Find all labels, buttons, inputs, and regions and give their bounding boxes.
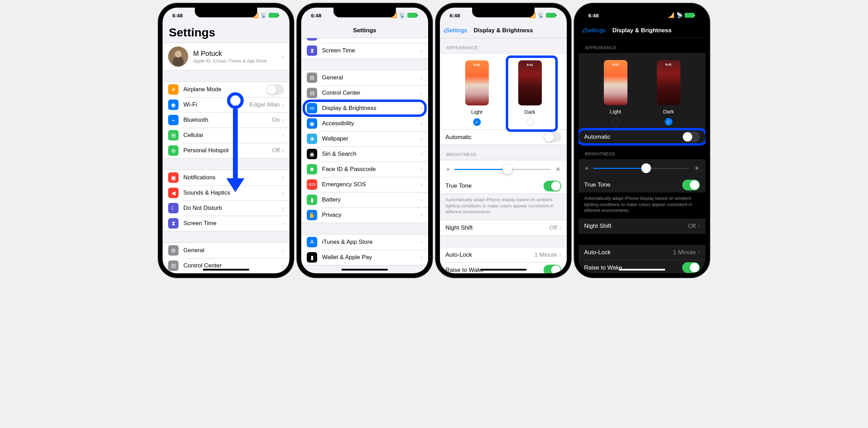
back-label: Settings [446,27,467,34]
settings-cell-personal-hotspot[interactable]: ⊚Personal HotspotOff› [163,143,289,158]
settings-cell-do-not-disturb[interactable]: ☾Do Not Disturb› [163,200,289,216]
phone-frame-4: 6:48 📶📡 ‹ Settings Display & Brightness … [574,3,710,277]
appearance-option-dark[interactable]: 9:41 Dark ✓ [657,60,680,126]
scroll-content[interactable]: ☾Do Not Disturb›⧗Screen Time› ⚙General›⊟… [301,38,428,273]
settings-cell-control-center[interactable]: ⊟Control Center› [301,85,428,101]
phone-frame-3: 6:48 📶📡 ‹ Settings Display & Brightness … [436,3,571,277]
chevron-right-icon: › [420,254,423,261]
settings-cell-wallet-apple-pay[interactable]: ▮Wallet & Apple Pay› [301,250,428,265]
settings-cell-privacy[interactable]: ✋Privacy› [301,207,428,223]
screen-display-brightness-light: 6:48 📶📡 ‹ Settings Display & Brightness … [440,8,567,273]
settings-cell-face-id-passcode[interactable]: ☻Face ID & Passcode› [301,162,428,177]
cc-icon: ⊟ [307,88,317,98]
brightness-slider[interactable] [593,168,689,169]
settings-cell-wallpaper[interactable]: ❀Wallpaper› [301,131,428,146]
settings-cell-do-not-disturb[interactable]: ☾Do Not Disturb› [301,38,428,43]
light-radio-checked[interactable]: ✓ [473,118,481,126]
cell-label: Airplane Mode [183,86,266,93]
settings-cell-battery[interactable]: ▮Battery› [301,192,428,207]
automatic-toggle[interactable] [682,131,700,142]
brightness-slider-row: ☀︎ ☀︎ [440,160,567,178]
truetone-description: Automatically adapt iPhone display based… [579,192,705,219]
screen-display-brightness-dark: 6:48 📶📡 ‹ Settings Display & Brightness … [579,8,705,273]
appearance-group: 9:41 Light ✓ 9:41 Dark Automatic [440,53,567,145]
sun-low-icon: ☀︎ [584,165,589,172]
cell-label: Control Center [322,89,420,96]
settings-cell-notifications[interactable]: ▣Notifications› [163,170,289,185]
settings-cell-screen-time[interactable]: ⧗Screen Time› [163,216,289,231]
scroll-content[interactable]: APPEARANCE 9:41 Light 9:41 Dark ✓ Automa… [579,38,705,273]
chevron-right-icon: › [420,47,423,54]
profile-cell[interactable]: M Potuck Apple ID, iCloud, iTunes & App … [163,43,289,70]
raise-toggle[interactable] [682,262,700,273]
profile-group: M Potuck Apple ID, iCloud, iTunes & App … [163,43,289,70]
page-title: Settings [163,23,289,43]
settings-cell-sounds-haptics[interactable]: ◀Sounds & Haptics› [163,185,289,200]
cell-label: Privacy [322,212,420,219]
home-indicator[interactable] [619,269,665,271]
raise-cell[interactable]: Raise to Wake [440,263,567,273]
truetone-toggle[interactable] [544,181,561,191]
sos-icon: SOS [307,179,317,190]
nightshift-cell[interactable]: Night Shift Off › [579,219,705,234]
truetone-description: Automatically adapt iPhone display based… [440,194,567,220]
home-indicator[interactable] [203,269,249,271]
automatic-cell[interactable]: Automatic [579,129,705,144]
battery-icon [407,13,417,18]
dark-radio-checked[interactable]: ✓ [665,118,672,126]
settings-cell-control-center[interactable]: ⊟Control Center› [163,258,289,273]
truetone-cell[interactable]: True Tone [579,177,705,192]
automatic-cell[interactable]: Automatic [440,129,567,145]
light-preview: 9:41 [465,60,489,105]
settings-cell-screen-time[interactable]: ⧗Screen Time› [301,43,428,58]
scroll-content[interactable]: Settings M Potuck Apple ID, iCloud, iTun… [163,23,289,273]
light-label: Light [610,109,621,114]
settings-cell-airplane-mode[interactable]: ✈Airplane Mode [163,82,289,97]
settings-cell-bluetooth[interactable]: ⌁BluetoothOn› [163,112,289,128]
settings-cell-cellular[interactable]: ⊞Cellular› [163,128,289,143]
appearance-option-light[interactable]: 9:41 Light ✓ [465,60,489,126]
brightness-header: BRIGHTNESS [579,144,705,159]
settings-cell-wi-fi[interactable]: ◉Wi-FiEdgar Allan› [163,97,289,112]
cell-label: Display & Brightness [322,105,420,112]
chevron-right-icon: › [282,189,284,197]
back-button[interactable]: ‹ Settings [443,26,467,35]
gear-icon: ⚙ [307,72,317,83]
settings-cell-general[interactable]: ⚙General› [163,243,289,258]
automatic-toggle[interactable] [544,132,561,143]
light-radio-unchecked[interactable] [612,118,619,126]
cell-icon: ⊞ [168,130,179,140]
scroll-content[interactable]: APPEARANCE 9:41 Light ✓ 9:41 Dark Automa… [440,38,567,273]
autolock-cell[interactable]: Auto-Lock 1 Minute › [579,245,705,260]
toggle[interactable] [266,84,284,95]
raise-cell[interactable]: Raise to Wake [579,260,705,273]
appearance-option-light[interactable]: 9:41 Light [604,60,627,126]
settings-cell-itunes-app-store[interactable]: AiTunes & App Store› [301,234,428,250]
time-icon: ⧗ [168,218,179,229]
autolock-label: Auto-Lock [445,251,535,258]
raise-toggle[interactable] [544,265,561,273]
battery-icon [269,13,278,18]
settings-cell-emergency-sos[interactable]: SOSEmergency SOS› [301,177,428,192]
chevron-right-icon: › [698,249,700,256]
settings-cell-siri-search[interactable]: ◉Siri & Search› [301,146,428,162]
back-button[interactable]: ‹ Settings [582,26,606,35]
settings-cell-accessibility[interactable]: ◉Accessibility› [301,116,428,131]
status-time: 6:48 [311,12,321,18]
cell-label: Wallpaper [322,135,420,142]
nav-title: Display & Brightness [613,27,672,34]
appearance-option-dark[interactable]: 9:41 Dark [518,60,542,126]
nightshift-cell[interactable]: Night Shift Off › [440,220,567,236]
home-indicator[interactable] [341,269,388,271]
brightness-slider[interactable] [454,169,551,170]
dark-radio-unchecked[interactable] [526,118,534,126]
wifi-icon: 📡 [538,12,544,18]
nightshift-group: Night Shift Off › [579,219,705,234]
cell-label: Screen Time [322,47,420,54]
truetone-cell[interactable]: True Tone [440,178,567,194]
autolock-cell[interactable]: Auto-Lock 1 Minute › [440,247,567,263]
settings-cell-display-brightness[interactable]: AADisplay & Brightness› [301,101,428,116]
truetone-toggle[interactable] [682,180,700,190]
home-indicator[interactable] [480,269,527,271]
settings-cell-general[interactable]: ⚙General› [301,70,428,85]
